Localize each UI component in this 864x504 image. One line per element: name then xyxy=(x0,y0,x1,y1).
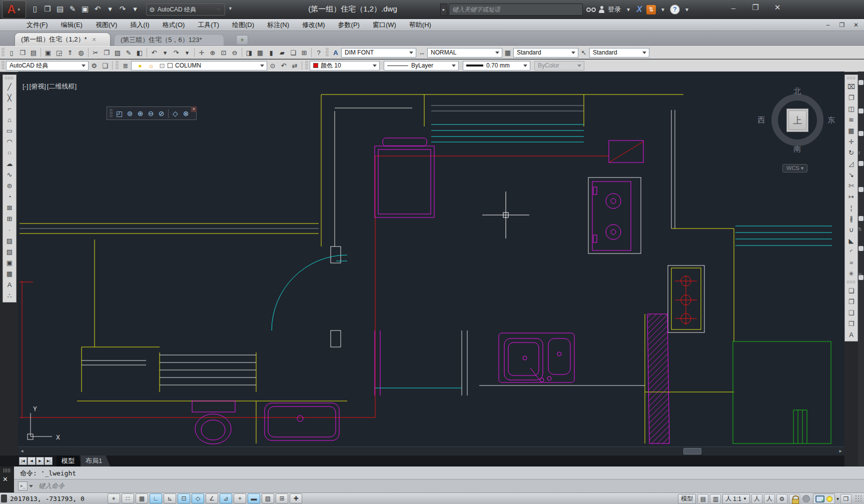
window-close-icon[interactable]: ✕ xyxy=(770,2,784,13)
properties-palette-icon[interactable]: ◨ xyxy=(244,48,255,58)
gradient-icon[interactable]: ▧ xyxy=(4,246,15,257)
cut-icon[interactable]: ✂ xyxy=(90,48,101,58)
make-block-icon[interactable]: ⊞ xyxy=(4,213,15,224)
wcs-menu[interactable]: WCS ▾ xyxy=(782,164,807,172)
blend-curves-icon[interactable]: ≈ xyxy=(846,257,857,268)
dim-style-combo[interactable]: NORMAL xyxy=(427,48,502,58)
bring-above-objects-icon[interactable]: ❑ xyxy=(846,307,857,318)
3d-dwf-icon[interactable]: ◍ xyxy=(76,48,87,58)
resize-grip-icon[interactable] xyxy=(855,495,863,503)
toolbar-grip[interactable] xyxy=(5,76,14,80)
send-under-objects-icon[interactable]: ❒ xyxy=(846,318,857,329)
coordinates-display[interactable]: 2017013, -731793, 0 xyxy=(10,495,85,502)
palette-icon[interactable] xyxy=(858,108,863,114)
qat-overflow-button[interactable]: ▼ xyxy=(228,6,233,11)
status-overflow-icon[interactable]: ▾ xyxy=(836,496,839,502)
layer-properties-icon[interactable]: ≣ xyxy=(120,60,131,71)
polar-tracking-icon[interactable]: ⊾ xyxy=(164,494,176,504)
multiline-text-icon[interactable]: A xyxy=(4,279,15,290)
command-window-titlebar[interactable]: ✕ xyxy=(0,466,14,492)
redo-dropdown-icon[interactable]: ▾ xyxy=(129,3,141,15)
workspace-settings-icon[interactable]: ⚙ xyxy=(89,60,100,71)
doc-restore-icon[interactable]: ❐ xyxy=(837,20,847,30)
toolbar-grip[interactable] xyxy=(2,48,5,57)
toolbar-lock-icon[interactable] xyxy=(789,494,800,504)
rotate-icon[interactable]: ↻ xyxy=(846,147,857,158)
point-icon[interactable]: ∙ xyxy=(4,224,15,235)
quick-properties-icon[interactable]: ⊞ xyxy=(276,494,288,504)
save-icon[interactable]: ▤ xyxy=(54,3,66,15)
table-icon[interactable]: ▦ xyxy=(4,268,15,279)
tab-model[interactable]: 模型 xyxy=(57,456,83,466)
infer-constraints-icon[interactable]: ⌖ xyxy=(108,494,120,504)
menu-10[interactable]: 窗口(W) xyxy=(366,19,403,30)
break-icon[interactable]: ∦ xyxy=(846,213,857,224)
scrollbar-thumb[interactable] xyxy=(683,448,701,454)
menu-6[interactable]: 绘图(D) xyxy=(226,19,261,30)
dynamic-ucs-icon[interactable]: ⊿ xyxy=(220,494,232,504)
bring-to-front-icon[interactable]: ❏ xyxy=(846,285,857,296)
stretch-icon[interactable]: ↘ xyxy=(846,169,857,180)
compass-north[interactable]: 北 xyxy=(793,86,801,96)
clean-screen-button[interactable]: ❒ xyxy=(840,494,851,504)
new-file-icon[interactable]: ▯ xyxy=(29,3,41,15)
next-tab-icon[interactable]: ▶ xyxy=(36,457,44,465)
drawing-canvas[interactable]: Y X [-][俯视][二维线框] ◰⊚⊕⊖⊘◇⊗ x 上 北 西 东 南 WC… xyxy=(18,72,844,446)
viewcube-top-face[interactable]: 上 xyxy=(786,108,808,132)
isolate-objects-icon[interactable] xyxy=(826,496,832,502)
palette-icon[interactable] xyxy=(858,216,863,221)
status-app-icon[interactable] xyxy=(1,494,7,502)
workspace-dropdown[interactable]: ⚙ AutoCAD 经典 xyxy=(146,4,225,16)
menu-1[interactable]: 编辑(E) xyxy=(55,19,89,30)
color-combo[interactable]: 颜色 10 xyxy=(310,61,380,70)
menu-9[interactable]: 参数(P) xyxy=(332,19,366,30)
chamfer-icon[interactable]: ◣ xyxy=(846,235,857,246)
toolbar-grip[interactable] xyxy=(847,76,856,80)
redo-icon[interactable]: ↷ xyxy=(171,48,182,58)
view-remove-icon[interactable]: ⊖ xyxy=(146,108,156,118)
sheet-set-manager-icon[interactable]: ▰ xyxy=(277,48,288,58)
undo-icon[interactable]: ↶ xyxy=(92,3,104,15)
polyline-icon[interactable]: ⌐ xyxy=(4,103,15,114)
menu-5[interactable]: 工具(T) xyxy=(191,19,226,30)
menu-4[interactable]: 格式(O) xyxy=(156,19,192,30)
prev-tab-icon[interactable]: ◀ xyxy=(28,457,36,465)
layer-previous-icon[interactable]: ↶ xyxy=(278,60,289,71)
named-views-icon[interactable]: ◰ xyxy=(114,108,125,118)
markup-set-manager-icon[interactable]: ❏ xyxy=(288,48,299,58)
search-input[interactable] xyxy=(449,4,583,16)
hatch-icon[interactable]: ▨ xyxy=(4,235,15,246)
lineweight-combo[interactable]: 0.70 mm xyxy=(463,61,530,70)
undo-dropdown-icon[interactable]: ▾ xyxy=(160,48,171,58)
revision-cloud-icon[interactable]: ☁ xyxy=(4,158,15,169)
explode-icon[interactable]: ✳ xyxy=(846,268,857,279)
toolbar-grip[interactable] xyxy=(847,280,856,284)
toolbar-grip[interactable] xyxy=(110,109,113,118)
undo-icon[interactable]: ↶ xyxy=(149,48,160,58)
layer-on-bulb-icon[interactable]: ● xyxy=(135,60,146,71)
help-dropdown-icon[interactable]: ▾ xyxy=(683,4,691,14)
palette-icon[interactable] xyxy=(858,187,863,192)
workspace-combo[interactable]: AutoCAD 经典 xyxy=(6,61,89,70)
menu-2[interactable]: 视图(V) xyxy=(89,19,124,30)
search-binoculars-icon[interactable] xyxy=(584,4,597,16)
quick-view-layouts-icon[interactable]: ▥ xyxy=(710,494,721,504)
menu-11[interactable]: 帮助(H) xyxy=(403,19,438,30)
redo-dropdown-icon[interactable]: ▾ xyxy=(182,48,193,58)
open-icon[interactable]: ❒ xyxy=(17,48,28,58)
scale-icon[interactable]: ◿ xyxy=(846,158,857,169)
annotation-visibility-icon[interactable]: 人 xyxy=(751,494,762,504)
array-icon[interactable]: ▦ xyxy=(846,125,857,136)
match-properties-icon[interactable]: ✎ xyxy=(123,48,134,58)
paste-icon[interactable]: ▨ xyxy=(112,48,123,58)
arc-icon[interactable]: ◠ xyxy=(4,136,15,147)
undo-dropdown-icon[interactable]: ▾ xyxy=(104,3,116,15)
horizontal-scrollbar[interactable]: ◂ ▸ xyxy=(18,446,844,456)
toolbar-grip[interactable] xyxy=(326,48,329,57)
compass-east[interactable]: 东 xyxy=(827,116,835,125)
compass-west[interactable]: 西 xyxy=(757,116,765,125)
palette-icon[interactable] xyxy=(858,80,863,85)
publish-icon[interactable]: ⇑ xyxy=(65,48,76,58)
fillet-icon[interactable]: ◜ xyxy=(846,246,857,257)
layer-lock-icon[interactable]: ⊡ xyxy=(157,60,168,71)
